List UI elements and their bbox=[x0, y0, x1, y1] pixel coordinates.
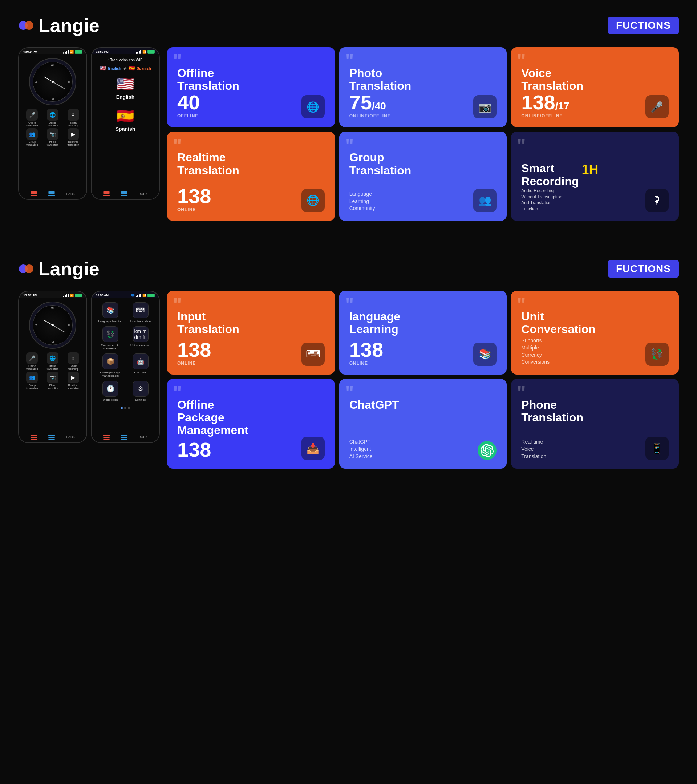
phone3-screen: XII III VI IX 🎤 Onlinetranslation bbox=[19, 298, 86, 432]
numeral-3: III bbox=[68, 81, 70, 83]
smart-desc: Audio Recording Without Transcription An… bbox=[521, 188, 565, 212]
app-online[interactable]: 🎤 Onlinetranslation bbox=[23, 109, 42, 127]
phone2-header-title: Traducción con WIFI bbox=[110, 58, 143, 62]
numeral-9: IX bbox=[35, 81, 37, 83]
offline-pkg-count-block: 138 bbox=[177, 440, 211, 460]
battery-icon-4 bbox=[148, 293, 155, 297]
menu-chatgpt[interactable]: 🤖 ChatGPT bbox=[127, 354, 154, 378]
phone-trans-bottom: Real-timeVoiceTranslation 📱 bbox=[521, 437, 669, 460]
logo-2: Langie bbox=[18, 258, 100, 280]
card-unit-conversation[interactable]: " UnitConversation SupportsMultipleCurre… bbox=[511, 291, 679, 375]
app-smart-rec[interactable]: 🎙 Smartrecording bbox=[64, 109, 83, 127]
phone3-apps: 🎤 Onlinetranslation 🌐 Offlinetranslation… bbox=[21, 352, 84, 390]
offline-pkg-bottom: 138 📥 bbox=[177, 437, 325, 460]
voice-count: 138 bbox=[521, 92, 555, 113]
lang-learn-bottom: 138 ONLINE 📚 bbox=[349, 340, 497, 366]
spanish-flag: 🇪🇸 bbox=[116, 107, 135, 125]
smart-bottom: Audio Recording Without Transcription An… bbox=[521, 188, 669, 212]
menu-settings-label: Settings bbox=[135, 398, 146, 402]
app-offline-icon: 🌐 bbox=[47, 109, 59, 120]
section1-content: 13:52 PM 📶 bbox=[18, 47, 679, 221]
card-group-translation[interactable]: " GroupTranslation LanguageLearningCommu… bbox=[339, 132, 507, 221]
app2-online-icon: 🎤 bbox=[26, 352, 38, 364]
app2-group[interactable]: 👥 Grouptranslation bbox=[23, 372, 42, 389]
back-label-4[interactable]: BACK bbox=[139, 435, 148, 439]
numeral2-6: VI bbox=[52, 341, 54, 343]
lang-swap-icon[interactable]: ⇄ bbox=[123, 66, 127, 71]
phone4-icons: 🔵 📶 bbox=[131, 293, 155, 297]
section2-content: 13:52 PM 📶 bbox=[18, 291, 679, 469]
wifi-icon-3: 📶 bbox=[70, 293, 74, 297]
app2-offline[interactable]: 🌐 Offlinetranslation bbox=[43, 352, 62, 370]
card-language-learning[interactable]: " languageLearning 138 ONLINE 📚 bbox=[339, 291, 507, 375]
phone1-icons: 📶 bbox=[63, 50, 82, 54]
phone4-time: 10:53 AM bbox=[96, 293, 108, 297]
input-count: 138 bbox=[177, 340, 211, 360]
card-chatgpt[interactable]: " ChatGPT ChatGPTIntelligentAI Service bbox=[339, 379, 507, 469]
realtime-icon: 🌐 bbox=[301, 189, 325, 212]
card-offline-package[interactable]: " OfflinePackageManagement 138 📥 bbox=[167, 379, 335, 469]
voice-bottom: 138 /17 ONLINE/OFFLINE 🎤 bbox=[521, 92, 669, 119]
ctrl-btn-8[interactable] bbox=[121, 435, 128, 440]
menu-world-clock[interactable]: 🕐 World clock bbox=[97, 381, 124, 402]
ctrl-btn-1[interactable] bbox=[31, 191, 37, 196]
back-label-1[interactable]: BACK bbox=[66, 192, 75, 196]
menu-lang-label: Language learning bbox=[98, 320, 122, 323]
menu-offline-pkg-icon: 📦 bbox=[102, 354, 118, 369]
menu-exchange[interactable]: 💱 Exchange rate conversion bbox=[97, 326, 124, 351]
ctrl-btn-5[interactable] bbox=[31, 435, 37, 440]
lang-displays: 🇺🇸 English 🇪🇸 Spanish bbox=[94, 72, 157, 135]
lang-from-name[interactable]: English bbox=[108, 66, 121, 71]
lang-learn-title: languageLearning bbox=[349, 310, 497, 336]
app2-offline-icon: 🌐 bbox=[47, 352, 59, 364]
card-smart-recording[interactable]: " SmartRecording 1H Audio Recording With… bbox=[511, 132, 679, 221]
app-photo-label: Phototranslation bbox=[47, 141, 59, 146]
ctrl-btn-3[interactable] bbox=[103, 191, 110, 196]
section-1: Langie FUCTIONS 13:52 PM 📶 bbox=[0, 0, 697, 243]
ctrl-btn-7[interactable] bbox=[103, 435, 110, 440]
voice-icon: 🎤 bbox=[645, 95, 669, 119]
app2-group-label: Grouptranslation bbox=[26, 384, 38, 389]
menu-unit[interactable]: km mdm ft Unit conversion bbox=[127, 326, 154, 351]
menu-unit-label: Unit conversion bbox=[130, 344, 150, 347]
phone2-time: 13:52 PM bbox=[96, 50, 108, 54]
lang-to-name[interactable]: Spanish bbox=[137, 66, 151, 71]
ctrl-btn-2[interactable] bbox=[48, 191, 55, 196]
app-realtime[interactable]: ▶ Realtimetranslation bbox=[64, 128, 83, 146]
app-smart-rec-label: Smartrecording bbox=[68, 121, 79, 127]
lang-selector: 🇺🇸 English ⇄ 🇪🇸 Spanish bbox=[97, 64, 154, 72]
phone4-menu: 📚 Language learning ⌨ Input translation … bbox=[94, 299, 157, 405]
offline-count-block: 40 OFFLINE bbox=[177, 92, 200, 119]
menu-chatgpt-icon: 🤖 bbox=[133, 354, 148, 369]
voice-title: VoiceTranslation bbox=[521, 67, 669, 92]
menu-input-icon: ⌨ bbox=[133, 302, 148, 318]
logo-text-2: Langie bbox=[38, 258, 100, 280]
back-chevron[interactable]: ‹ bbox=[107, 58, 108, 63]
ctrl-btn-6[interactable] bbox=[48, 435, 55, 440]
phone2-screen: ‹ Traducción con WIFI 🇺🇸 English ⇄ 🇪🇸 Sp… bbox=[92, 54, 159, 189]
app-offline[interactable]: 🌐 Offlinetranslation bbox=[43, 109, 62, 127]
app2-realtime[interactable]: ▶ Realtimetranslation bbox=[64, 372, 83, 389]
app2-photo[interactable]: 📷 Phototranslation bbox=[43, 372, 62, 389]
back-label-2[interactable]: BACK bbox=[139, 192, 148, 196]
menu-settings[interactable]: ⚙ Settings bbox=[127, 381, 154, 402]
menu-input-trans[interactable]: ⌨ Input translation bbox=[127, 302, 154, 323]
card-offline-translation[interactable]: " OfflineTranslation 40 OFFLINE 🌐 bbox=[167, 47, 335, 127]
menu-offline-pkg[interactable]: 📦 Offline package management bbox=[97, 354, 124, 378]
card-phone-translation[interactable]: " PhoneTranslation Real-timeVoiceTransla… bbox=[511, 379, 679, 469]
card-photo-translation[interactable]: " PhotoTranslation 75 /40 ONLINE/OFFLINE… bbox=[339, 47, 507, 127]
ctrl-btn-4[interactable] bbox=[121, 191, 128, 196]
menu-lang-learning[interactable]: 📚 Language learning bbox=[97, 302, 124, 323]
menu-lang-icon: 📚 bbox=[102, 302, 118, 318]
card-input-translation[interactable]: " InputTranslation 138 ONLINE ⌨ bbox=[167, 291, 335, 375]
card-realtime-translation[interactable]: " RealtimeTranslation 138 ONLINE 🌐 bbox=[167, 132, 335, 221]
card-voice-translation[interactable]: " VoiceTranslation 138 /17 ONLINE/OFFLIN… bbox=[511, 47, 679, 127]
app-photo[interactable]: 📷 Phototranslation bbox=[43, 128, 62, 146]
voice-count-row: 138 /17 bbox=[521, 92, 569, 113]
app2-smart[interactable]: 🎙 Smartrecording bbox=[64, 352, 83, 370]
app2-online[interactable]: 🎤 Onlinetranslation bbox=[23, 352, 42, 370]
lang-display-spanish: 🇪🇸 Spanish bbox=[115, 107, 135, 132]
app-group[interactable]: 👥 Grouptranslation bbox=[23, 128, 42, 146]
app2-smart-label: Smartrecording bbox=[68, 365, 79, 370]
back-label-3[interactable]: BACK bbox=[66, 435, 75, 439]
